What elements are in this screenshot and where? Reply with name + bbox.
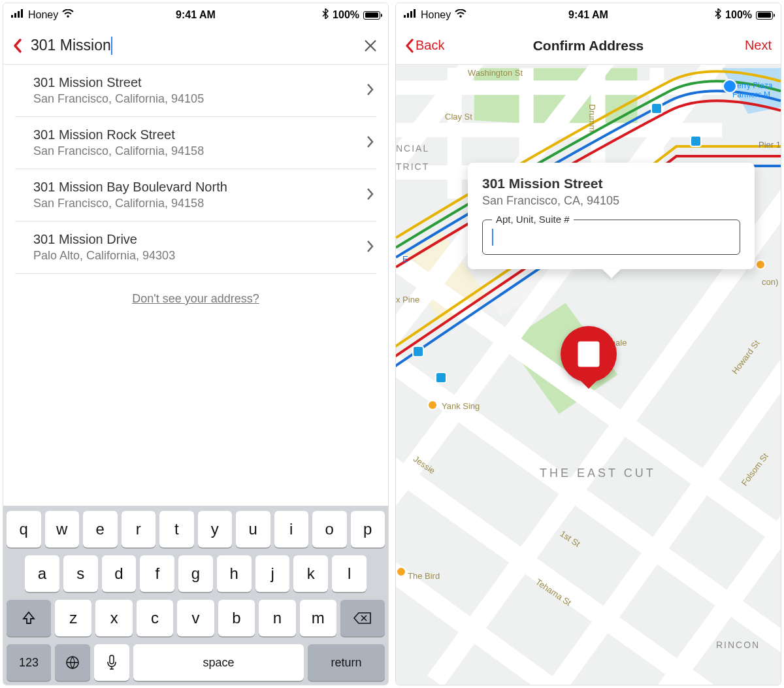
svg-rect-10 (110, 655, 114, 664)
svg-rect-3 (21, 9, 23, 18)
keyboard-row-1: q w e r t y u i o p (7, 511, 385, 548)
key-v[interactable]: v (177, 600, 214, 636)
key-p[interactable]: p (351, 511, 385, 548)
svg-rect-14 (414, 9, 416, 18)
key-q[interactable]: q (7, 511, 41, 548)
bluetooth-icon (715, 8, 721, 22)
restaurant-icon (427, 400, 438, 410)
status-bar: Honey 9:41 AM 100% (396, 3, 781, 27)
key-j[interactable]: j (255, 555, 290, 592)
no-address-link[interactable]: Don't see your address? (15, 274, 376, 324)
callout-title: 301 Mission Street (482, 176, 740, 191)
next-label: Next (745, 38, 772, 53)
search-navbar: 301 Mission (3, 27, 388, 65)
key-y[interactable]: y (198, 511, 233, 548)
restaurant-icon (396, 566, 406, 577)
apt-input[interactable] (493, 231, 730, 244)
carrier-label: Honey (421, 9, 451, 21)
transit-stop-icon (651, 103, 662, 114)
battery-pct: 100% (333, 9, 359, 21)
signal-icon (11, 9, 24, 21)
bluetooth-icon (322, 8, 329, 22)
key-d[interactable]: d (102, 555, 137, 592)
apt-field[interactable]: Apt, Unit, Suite # (482, 220, 740, 255)
district-label: THE EAST CUT (540, 467, 656, 480)
result-sub: San Francisco, California, 94158 (33, 197, 227, 210)
text-caret (111, 37, 112, 55)
key-x[interactable]: x (95, 600, 132, 636)
district-label: NCIAL (396, 143, 429, 154)
transit-stop-icon (690, 135, 702, 147)
key-t[interactable]: t (159, 511, 194, 548)
key-backspace[interactable] (340, 600, 385, 636)
key-mic[interactable] (94, 644, 129, 681)
next-button[interactable]: Next (745, 38, 772, 53)
key-m[interactable]: m (300, 600, 336, 636)
chevron-right-icon (366, 135, 374, 151)
restaurant-icon (755, 259, 766, 270)
shopping-icon (723, 79, 737, 93)
result-sub: San Francisco, California, 94158 (33, 144, 204, 158)
key-b[interactable]: b (218, 600, 255, 636)
battery-icon (363, 11, 380, 20)
back-button[interactable] (12, 38, 23, 54)
result-sub: Palo Alto, California, 94303 (33, 249, 175, 263)
key-i[interactable]: i (274, 511, 309, 548)
chevron-right-icon (366, 83, 374, 99)
search-results: 301 Mission Street San Francisco, Califo… (3, 65, 388, 324)
key-f[interactable]: f (140, 555, 174, 592)
clear-button[interactable] (362, 37, 379, 54)
back-label: Back (416, 38, 444, 53)
key-o[interactable]: o (312, 511, 347, 548)
key-r[interactable]: r (122, 511, 156, 548)
svg-rect-2 (18, 11, 20, 18)
status-bar: Honey 9:41 AM 100% (3, 3, 388, 27)
signal-icon (404, 9, 417, 21)
key-g[interactable]: g (178, 555, 213, 592)
search-result[interactable]: 301 Mission Bay Boulevard North San Fran… (15, 169, 376, 221)
key-shift[interactable] (7, 600, 51, 636)
key-w[interactable]: w (45, 511, 80, 548)
confirm-navbar: Back Confirm Address Next (396, 27, 781, 65)
key-s[interactable]: s (63, 555, 98, 592)
svg-rect-11 (404, 15, 406, 18)
key-e[interactable]: e (83, 511, 118, 548)
key-u[interactable]: u (236, 511, 270, 548)
page-title: Confirm Address (396, 38, 781, 54)
key-c[interactable]: c (137, 600, 173, 636)
key-space[interactable]: space (133, 644, 304, 681)
wifi-icon (62, 9, 74, 21)
address-callout: 301 Mission Street San Francisco, CA, 94… (468, 163, 755, 269)
poi-label: The Bird (408, 571, 440, 581)
keyboard-row-4: 123 space return (7, 644, 385, 681)
keyboard-row-2: a s d f g h j k l (7, 555, 385, 592)
svg-rect-0 (11, 15, 13, 18)
keyboard: q w e r t y u i o p a s d f g h j k l z (3, 506, 388, 685)
map[interactable]: Washington St Clay St NCIAL TRICT Drumm … (396, 65, 781, 685)
key-globe[interactable] (55, 644, 90, 681)
search-screen: Honey 9:41 AM 100% 301 Mission (3, 3, 389, 685)
poi-label: Ferry Plaza Farmers M (732, 81, 772, 99)
street-label: Clay St (445, 112, 472, 122)
search-result[interactable]: 301 Mission Drive Palo Alto, California,… (15, 221, 376, 274)
street-label: Drumm (587, 105, 597, 133)
key-numbers[interactable]: 123 (7, 644, 51, 681)
battery-pct: 100% (725, 9, 752, 21)
key-n[interactable]: n (259, 600, 295, 636)
battery-icon (756, 11, 773, 20)
search-result[interactable]: 301 Mission Rock Street San Francisco, C… (15, 117, 376, 169)
key-z[interactable]: z (55, 600, 91, 636)
key-a[interactable]: a (25, 555, 59, 592)
key-h[interactable]: h (217, 555, 252, 592)
svg-rect-13 (410, 11, 412, 18)
search-input[interactable]: 301 Mission (31, 37, 111, 54)
result-title: 301 Mission Street (33, 75, 204, 90)
search-result[interactable]: 301 Mission Street San Francisco, Califo… (15, 65, 376, 117)
back-button[interactable]: Back (405, 38, 444, 53)
keyboard-row-3: z x c v b n m (7, 600, 385, 636)
key-return[interactable]: return (308, 644, 385, 681)
key-l[interactable]: l (332, 555, 367, 592)
street-label: Washington St (468, 68, 523, 78)
key-k[interactable]: k (293, 555, 328, 592)
district-label: TRICT (396, 161, 429, 172)
